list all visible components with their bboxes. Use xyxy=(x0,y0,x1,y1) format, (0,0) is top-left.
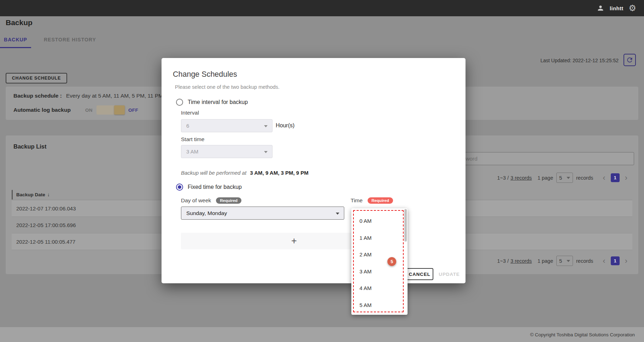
page-size-select[interactable]: 5 xyxy=(556,256,573,266)
records-label: records xyxy=(576,258,593,264)
day-of-week-label-row: Day of week Required xyxy=(181,197,241,204)
scrollbar-thumb[interactable] xyxy=(404,209,407,242)
time-option[interactable]: 0 AM xyxy=(354,213,403,230)
option-fixed-time[interactable]: Fixed time for backup xyxy=(176,184,242,191)
radio-unchecked-icon[interactable] xyxy=(176,99,183,106)
settings-gear-icon[interactable]: ⚙ xyxy=(628,4,636,12)
copyright-text: © Copyright Toshiba Digital Solutions Co… xyxy=(530,332,635,337)
interval-label: Interval xyxy=(181,110,199,116)
toggle-off-label: OFF xyxy=(128,108,138,113)
prev-page-chevron-icon[interactable]: ‹ xyxy=(602,257,606,265)
column-accent-bar xyxy=(12,190,13,199)
time-option[interactable]: 1 AM xyxy=(354,230,403,247)
dropdown-caret-icon xyxy=(567,260,570,262)
backup-schedule-label: Backup schedule : xyxy=(13,93,62,99)
active-tab-indicator xyxy=(0,47,31,48)
last-updated-label: Last Updated: 2022-12-12 15:25:52 xyxy=(540,58,619,63)
records-label: records xyxy=(576,175,593,181)
backup-schedule-row: Backup schedule : Every day at 5 AM, 11 … xyxy=(13,91,163,101)
day-of-week-select[interactable]: Sunday, Monday xyxy=(181,207,344,220)
change-schedule-button[interactable]: CHANGE SCHEDULE xyxy=(6,73,67,83)
pagination-bottom: 1~3 / 3 records 1 page 5 records ‹ 1 › xyxy=(497,256,628,266)
update-button-disabled[interactable]: UPDATE xyxy=(437,268,462,280)
refresh-icon xyxy=(626,56,633,64)
option-time-interval[interactable]: Time interval for backup xyxy=(176,99,248,106)
footer: © Copyright Toshiba Digital Solutions Co… xyxy=(0,327,644,342)
start-time-select[interactable]: 3 AM xyxy=(181,145,273,158)
page-size-value: 5 xyxy=(559,175,562,181)
refresh-button[interactable] xyxy=(623,54,636,66)
dropdown-caret-icon xyxy=(336,213,339,215)
radio-checked-icon[interactable] xyxy=(176,184,183,191)
note-times: 3 AM, 9 AM, 3 PM, 9 PM xyxy=(250,170,309,176)
records-count-link[interactable]: 3 records xyxy=(510,175,532,181)
time-option[interactable]: 5 AM xyxy=(354,297,403,313)
page-title: Backup xyxy=(6,18,33,27)
plus-icon: + xyxy=(291,236,297,247)
auto-log-backup-label: Automatic log backup xyxy=(13,107,71,113)
hours-unit-label: Hour(s) xyxy=(276,122,294,129)
modal-subtitle: Please select one of the two backup meth… xyxy=(175,84,280,90)
pagination-top: 1~3 / 3 records 1 page 5 records ‹ 1 › xyxy=(497,173,628,183)
column-header-label: Backup Date xyxy=(16,192,45,197)
time-label: Time xyxy=(351,197,363,204)
time-dropdown-panel: 0 AM 1 AM 2 AM 3 AM 4 AM 5 AM xyxy=(351,208,408,315)
interval-select[interactable]: 6 xyxy=(181,119,273,132)
cancel-button[interactable]: CANCEL xyxy=(406,268,433,280)
start-time-value: 3 AM xyxy=(186,149,198,155)
next-page-chevron-icon[interactable]: › xyxy=(624,257,628,265)
top-bar: linhtt ⚙ xyxy=(0,0,644,16)
prev-page-chevron-icon[interactable]: ‹ xyxy=(602,174,606,182)
backup-page: linhtt ⚙ Backup BACKUP RESTORE HISTORY L… xyxy=(0,0,644,342)
performed-at-note: Backup will be performed at 3 AM, 9 AM, … xyxy=(181,170,309,176)
username: linhtt xyxy=(610,5,623,11)
auto-log-backup-row: Automatic log backup ON OFF xyxy=(13,105,138,115)
change-schedules-modal: Change Schedules Please select one of th… xyxy=(162,58,466,283)
day-of-week-value: Sunday, Monday xyxy=(186,210,227,216)
toggle-thumb xyxy=(114,105,125,115)
dropdown-caret-icon xyxy=(264,151,268,153)
day-of-week-label: Day of week xyxy=(181,197,211,204)
page-size-value: 5 xyxy=(559,258,562,264)
dropdown-caret-icon xyxy=(264,125,268,127)
page-count-label: 1 page xyxy=(538,175,553,181)
time-option[interactable]: 4 AM xyxy=(354,280,403,297)
pagination-range: 1~3 / xyxy=(497,258,509,264)
option-label: Fixed time for backup xyxy=(188,184,242,190)
user-avatar-icon xyxy=(597,4,604,12)
tab-restore-history[interactable]: RESTORE HISTORY xyxy=(44,37,96,42)
next-page-chevron-icon[interactable]: › xyxy=(624,174,628,182)
modal-title: Change Schedules xyxy=(173,70,237,79)
required-badge-error: Required xyxy=(368,197,393,204)
sort-descending-icon: ↓ xyxy=(47,192,50,197)
tab-backup[interactable]: BACKUP xyxy=(0,37,31,42)
records-count-link[interactable]: 3 records xyxy=(510,258,532,264)
toggle-on-label: ON xyxy=(85,108,93,113)
selected-count-badge: 5 xyxy=(387,257,396,266)
page-size-select[interactable]: 5 xyxy=(556,173,573,183)
time-option[interactable]: 3 AM xyxy=(354,263,403,280)
current-page-button[interactable]: 1 xyxy=(611,173,620,182)
time-label-row: Time Required xyxy=(351,197,393,204)
auto-log-backup-toggle[interactable] xyxy=(96,105,125,115)
pagination-range: 1~3 / xyxy=(497,175,509,181)
required-badge: Required xyxy=(216,197,241,204)
dropdown-caret-icon xyxy=(567,177,570,179)
current-page-button[interactable]: 1 xyxy=(611,256,620,265)
page-count-label: 1 page xyxy=(538,258,553,264)
note-prefix: Backup will be performed at xyxy=(181,170,246,176)
start-time-label: Start time xyxy=(181,136,204,143)
backup-schedule-value: Every day at 5 AM, 11 AM, 5 PM, 11 PM xyxy=(66,93,163,99)
interval-value: 6 xyxy=(186,123,189,129)
backup-list-title: Backup List xyxy=(13,143,47,150)
option-label: Time interval for backup xyxy=(188,99,248,105)
